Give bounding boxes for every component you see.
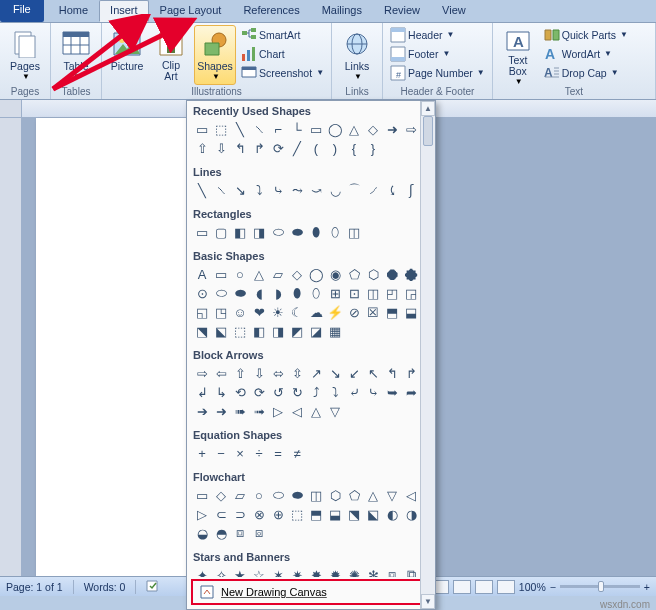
tab-references[interactable]: References [232, 0, 310, 22]
shape-item[interactable]: ◯ [307, 265, 325, 283]
shape-item[interactable]: ╲ [231, 120, 249, 138]
shape-item[interactable]: ) [326, 139, 344, 157]
tab-home[interactable]: Home [48, 0, 99, 22]
shape-item[interactable]: ⌐ [269, 120, 287, 138]
status-words[interactable]: Words: 0 [84, 581, 126, 593]
shape-item[interactable]: ✧ [212, 566, 230, 577]
shape-item[interactable]: ▭ [212, 265, 230, 283]
shape-item[interactable]: ⬕ [364, 505, 382, 523]
shape-item[interactable]: ⚡ [326, 303, 344, 321]
shape-item[interactable]: ☾ [288, 303, 306, 321]
pagenumber-button[interactable]: #Page Number▼ [387, 63, 488, 82]
shape-item[interactable]: ★ [231, 566, 249, 577]
shape-item[interactable]: ✦ [193, 566, 211, 577]
shape-item[interactable]: ↰ [383, 364, 401, 382]
shape-item[interactable]: A [193, 265, 211, 283]
shape-item[interactable]: ○ [250, 486, 268, 504]
smartart-button[interactable]: SmartArt [238, 25, 327, 44]
shape-item[interactable]: ⬠ [345, 486, 363, 504]
shape-item[interactable]: ◪ [307, 322, 325, 340]
shape-item[interactable]: ↘ [231, 181, 249, 199]
tab-file[interactable]: File [0, 0, 44, 22]
shape-item[interactable]: ⇩ [250, 364, 268, 382]
shape-item[interactable]: ➠ [231, 402, 249, 420]
picture-button[interactable]: Picture [106, 25, 148, 85]
shape-item[interactable]: ⊙ [193, 284, 211, 302]
shape-item[interactable]: ⟍ [212, 181, 230, 199]
clipart-button[interactable]: Clip Art [150, 25, 192, 85]
shape-item[interactable]: ◇ [364, 120, 382, 138]
shape-item[interactable]: ⟳ [250, 383, 268, 401]
shape-item[interactable]: ⬡ [364, 265, 382, 283]
status-page[interactable]: Page: 1 of 1 [6, 581, 63, 593]
tab-review[interactable]: Review [373, 0, 431, 22]
shape-item[interactable]: ⟳ [269, 139, 287, 157]
shape-item[interactable]: ▭ [193, 486, 211, 504]
view-web[interactable] [453, 580, 471, 594]
shape-item[interactable]: ⬭ [212, 284, 230, 302]
shape-item[interactable]: ◇ [288, 265, 306, 283]
shape-item[interactable]: ↙ [345, 364, 363, 382]
tab-insert[interactable]: Insert [99, 0, 149, 22]
shape-item[interactable]: ⤵ [250, 181, 268, 199]
shape-item[interactable]: △ [250, 265, 268, 283]
shape-item[interactable]: ⬄ [269, 364, 287, 382]
shape-item[interactable]: ╱ [288, 139, 306, 157]
shape-item[interactable]: ◧ [250, 322, 268, 340]
shape-item[interactable]: ◫ [345, 223, 363, 241]
shape-item[interactable]: ➜ [212, 402, 230, 420]
shape-item[interactable]: ➦ [402, 383, 420, 401]
shape-item[interactable]: ⊕ [269, 505, 287, 523]
shape-item[interactable]: ↱ [402, 364, 420, 382]
shape-item[interactable]: ⬚ [212, 120, 230, 138]
status-zoom[interactable]: 100% [519, 581, 546, 593]
shape-item[interactable]: ◨ [250, 223, 268, 241]
view-outline[interactable] [475, 580, 493, 594]
shape-item[interactable]: ⬓ [402, 303, 420, 321]
shape-item[interactable]: ⬓ [326, 505, 344, 523]
shape-item[interactable]: ⤴ [307, 383, 325, 401]
shape-item[interactable]: ◳ [212, 303, 230, 321]
table-button[interactable]: Table ▼ [55, 25, 97, 85]
shape-item[interactable]: ⤹ [383, 181, 401, 199]
tab-mailings[interactable]: Mailings [311, 0, 373, 22]
shape-item[interactable]: ◁ [288, 402, 306, 420]
shape-item[interactable]: ⟍ [250, 120, 268, 138]
shape-item[interactable]: ◉ [326, 265, 344, 283]
shape-item[interactable]: ➥ [383, 383, 401, 401]
shape-item[interactable]: { [345, 139, 363, 157]
shape-item[interactable]: ⊂ [212, 505, 230, 523]
shape-item[interactable]: ⬡ [326, 486, 344, 504]
shape-item[interactable]: ⟋ [364, 181, 382, 199]
shape-item[interactable]: ⇨ [193, 364, 211, 382]
shape-item[interactable]: ▭ [193, 120, 211, 138]
shape-item[interactable]: ☀ [269, 303, 287, 321]
shape-item[interactable]: ☺ [231, 303, 249, 321]
shape-item[interactable]: ◗ [269, 284, 287, 302]
scroll-thumb[interactable] [423, 116, 433, 146]
shape-item[interactable]: + [193, 444, 211, 462]
shape-item[interactable]: } [364, 139, 382, 157]
shape-item[interactable]: ⬯ [307, 284, 325, 302]
shape-item[interactable]: ⊃ [231, 505, 249, 523]
shape-item[interactable]: △ [364, 486, 382, 504]
shape-item[interactable]: ↘ [326, 364, 344, 382]
shape-item[interactable]: ◨ [269, 322, 287, 340]
shape-item[interactable]: ↗ [307, 364, 325, 382]
shape-item[interactable]: ◖ [250, 284, 268, 302]
shape-item[interactable]: ✻ [364, 566, 382, 577]
shape-item[interactable]: ◰ [383, 284, 401, 302]
dropdown-scrollbar[interactable]: ▲ ▼ [420, 101, 435, 577]
shape-item[interactable]: ⧈ [231, 524, 249, 542]
shape-item[interactable]: ⬕ [212, 322, 230, 340]
shapes-button[interactable]: Shapes ▼ [194, 25, 236, 85]
shape-item[interactable]: ▦ [326, 322, 344, 340]
shape-item[interactable]: ↻ [288, 383, 306, 401]
proofing-icon[interactable] [146, 579, 160, 595]
shape-item[interactable]: ▱ [231, 486, 249, 504]
chart-button[interactable]: Chart [238, 44, 327, 63]
dropcap-button[interactable]: ADrop Cap▼ [541, 63, 631, 82]
shape-item[interactable]: ⊗ [250, 505, 268, 523]
shape-item[interactable]: ⤷ [269, 181, 287, 199]
shape-item[interactable]: ⯄ [402, 265, 420, 283]
